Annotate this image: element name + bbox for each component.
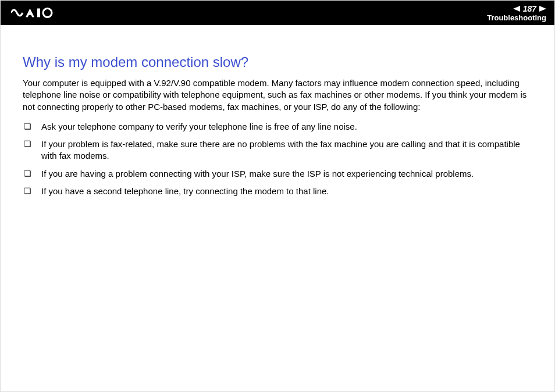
intro-paragraph: Your computer is equipped with a V.92/V.… [23,77,532,113]
question-title: Why is my modem connection slow? [23,54,532,70]
svg-marker-2 [513,6,520,12]
vaio-logo-icon [11,7,69,19]
list-item: If your problem is fax-related, make sur… [23,138,532,162]
svg-marker-3 [539,6,546,12]
list-item: If you have a second telephone line, try… [23,186,532,197]
document-page: 187 Troubleshooting Why is my modem conn… [0,0,555,392]
content-area: Why is my modem connection slow? Your co… [1,25,554,203]
prev-page-arrow-icon[interactable] [513,6,520,12]
list-item: Ask your telephone company to verify you… [23,121,532,133]
header-bar: 187 Troubleshooting [1,1,554,25]
page-number: 187 [523,5,536,13]
next-page-arrow-icon[interactable] [539,6,546,12]
section-title: Troubleshooting [487,14,546,22]
svg-rect-0 [37,9,40,17]
list-item: If you are having a problem connecting w… [23,168,532,180]
page-navigation: 187 [513,5,546,13]
svg-point-1 [43,9,52,17]
header-right: 187 Troubleshooting [487,5,546,22]
bullet-list: Ask your telephone company to verify you… [23,121,532,197]
vaio-logo [11,7,69,19]
